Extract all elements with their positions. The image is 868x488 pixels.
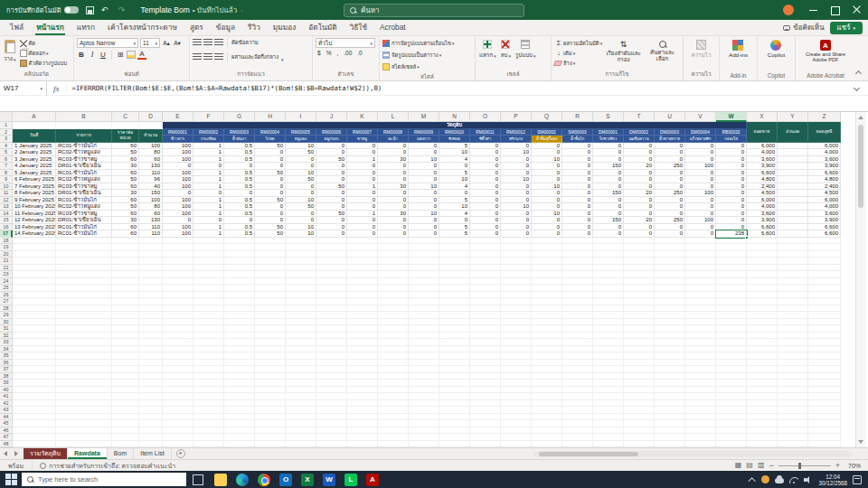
cell[interactable]	[501, 339, 532, 346]
cell[interactable]	[501, 434, 532, 441]
cell[interactable]	[593, 393, 624, 400]
cell[interactable]	[316, 387, 347, 394]
cell[interactable]	[316, 271, 347, 278]
cell[interactable]	[286, 333, 316, 340]
cell[interactable]	[532, 366, 562, 373]
cell[interactable]	[255, 414, 286, 421]
cell[interactable]	[470, 244, 501, 251]
cell-net[interactable]: 3,600	[808, 211, 841, 218]
cell[interactable]	[193, 238, 224, 245]
cell[interactable]	[193, 339, 224, 346]
cell-material-qty[interactable]: 0	[593, 170, 624, 177]
cell[interactable]	[562, 258, 593, 265]
cell[interactable]	[409, 380, 439, 387]
cell-sales[interactable]: 6,600	[747, 230, 778, 238]
cell-material-qty[interactable]: 0	[624, 149, 655, 156]
cell-material-qty[interactable]: 10	[286, 170, 316, 177]
cell[interactable]	[409, 420, 439, 427]
cell-material-qty[interactable]: 0	[378, 203, 409, 211]
cell[interactable]	[224, 312, 255, 319]
cell[interactable]	[562, 244, 593, 251]
cell[interactable]	[624, 244, 655, 251]
cell-material-qty[interactable]: 1	[193, 176, 224, 183]
scroll-up-arrow[interactable]	[858, 116, 863, 119]
horizontal-scroll-thumb[interactable]	[539, 452, 638, 456]
cell-material-qty[interactable]: 0	[409, 143, 439, 150]
cell-sales[interactable]: 4,800	[747, 176, 778, 183]
cell[interactable]	[716, 414, 747, 421]
cell[interactable]	[501, 427, 532, 435]
cell[interactable]	[655, 251, 685, 258]
cell[interactable]	[532, 265, 562, 272]
cell[interactable]	[316, 352, 347, 360]
cell[interactable]	[163, 238, 193, 245]
cell[interactable]	[139, 393, 163, 400]
column-header-X[interactable]: X	[747, 112, 778, 122]
cell[interactable]	[316, 265, 347, 272]
cell[interactable]	[139, 312, 163, 319]
cell[interactable]	[112, 278, 139, 286]
cell-item[interactable]: RC03-ข้าวขาหมู	[56, 156, 112, 164]
cell[interactable]	[255, 305, 286, 313]
cell[interactable]	[347, 312, 378, 319]
cell[interactable]	[685, 441, 716, 448]
cell[interactable]	[593, 414, 624, 421]
cell-material-qty[interactable]: 150	[593, 163, 624, 170]
cell[interactable]	[255, 292, 286, 299]
formula-input[interactable]: =IFERROR(FILTER(Bom!$E:$E,(Bom!$A:$A=Raw…	[67, 84, 853, 92]
cell-material-qty[interactable]: 0	[316, 143, 347, 150]
cell-material-qty[interactable]: 50	[316, 211, 347, 218]
cell[interactable]	[378, 360, 409, 367]
cell[interactable]	[409, 373, 439, 380]
cell[interactable]	[193, 400, 224, 408]
cell[interactable]	[255, 251, 286, 258]
cell[interactable]	[409, 400, 439, 408]
cell-unit-price[interactable]: 60	[112, 224, 139, 231]
column-header-S[interactable]: S	[593, 112, 624, 122]
word-icon[interactable]	[323, 474, 335, 486]
cell[interactable]	[470, 238, 501, 245]
cell[interactable]	[808, 434, 841, 441]
cell-material-qty[interactable]: 20	[624, 217, 655, 224]
cell-sales[interactable]: 4,500	[747, 190, 778, 197]
cell-quantity[interactable]: 40	[139, 183, 163, 191]
cell-material-qty[interactable]: 0.5	[224, 170, 255, 177]
cell[interactable]	[716, 393, 747, 400]
cell[interactable]	[378, 427, 409, 435]
cell[interactable]	[56, 407, 112, 414]
cell[interactable]	[778, 325, 808, 333]
cell[interactable]	[532, 325, 562, 333]
tray-app-icon[interactable]	[761, 475, 769, 483]
column-header-J[interactable]: J	[316, 112, 347, 122]
search-box[interactable]: ค้นหา	[344, 4, 524, 17]
italic-button[interactable]	[88, 50, 97, 60]
cell[interactable]	[655, 360, 685, 367]
cell[interactable]	[378, 441, 409, 448]
cell-material-qty[interactable]: 0	[347, 217, 378, 224]
cell[interactable]	[139, 420, 163, 427]
cell[interactable]	[224, 325, 255, 333]
cell-material-qty[interactable]: 0	[378, 224, 409, 231]
cell[interactable]	[624, 387, 655, 394]
cell[interactable]	[439, 366, 470, 373]
cell[interactable]	[139, 244, 163, 251]
cell[interactable]	[501, 352, 532, 360]
cell[interactable]	[409, 352, 439, 360]
autosave-toggle[interactable]	[64, 6, 79, 14]
row-header-27[interactable]: 27	[0, 298, 13, 305]
cell[interactable]	[56, 434, 112, 441]
cell[interactable]	[624, 366, 655, 373]
column-header-U[interactable]: U	[655, 112, 685, 122]
cell-material-qty[interactable]: 0	[685, 149, 716, 156]
cell[interactable]	[562, 407, 593, 414]
cell[interactable]	[139, 373, 163, 380]
cell-material-qty[interactable]: 5	[439, 197, 470, 204]
cell[interactable]	[139, 298, 163, 305]
cell[interactable]	[286, 285, 316, 292]
cell-material-qty[interactable]: 0	[501, 190, 532, 197]
cell[interactable]	[562, 305, 593, 313]
cell[interactable]	[286, 339, 316, 346]
cell[interactable]	[532, 393, 562, 400]
save-icon[interactable]	[86, 6, 94, 14]
row-header-45[interactable]: 45	[0, 420, 13, 427]
